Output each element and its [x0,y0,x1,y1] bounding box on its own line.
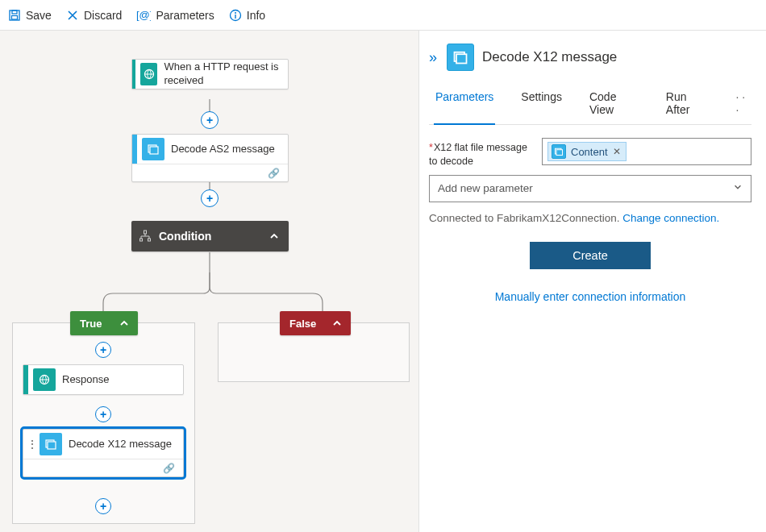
card-accent [132,60,135,89]
condition-title: Condition [159,230,260,243]
svg-rect-15 [48,442,56,449]
chevron-up-icon[interactable] [260,231,289,242]
tab-code-view[interactable]: Code View [588,84,640,124]
card-decode-as2[interactable]: Decode AS2 message 🔗 [131,134,289,182]
add-parameter-dropdown[interactable]: Add new parameter [429,175,751,202]
manual-connection-link[interactable]: Manually enter connection information [429,290,751,303]
x12-icon [40,433,62,455]
card-http-trigger[interactable]: When a HTTP request is received [131,59,289,89]
add-step-button[interactable]: + [95,342,111,358]
chevron-up-icon [331,318,343,329]
save-icon [8,9,21,22]
true-pill[interactable]: True [70,311,138,335]
discard-button[interactable]: Discard [66,9,122,22]
svg-point-5 [235,12,236,14]
chevron-up-icon [119,318,130,329]
link-icon: 🔗 [268,168,280,179]
collapse-panel-icon[interactable]: » [429,49,437,66]
save-button[interactable]: Save [8,9,52,22]
tab-settings[interactable]: Settings [519,84,564,124]
discard-label: Discard [84,9,122,22]
true-label: True [80,318,102,330]
tab-run-after[interactable]: Run After [664,84,710,124]
card-title: Decode X12 message [62,438,178,451]
drag-handle-icon[interactable]: ⋮ [27,438,38,451]
info-icon [229,9,242,22]
svg-rect-11 [140,239,143,241]
add-step-button[interactable]: + [201,189,219,207]
token-label: Content [571,146,608,158]
http-trigger-icon [140,63,157,85]
change-connection-link[interactable]: Change connection. [622,212,719,224]
parameters-button[interactable]: [@] Parameters [136,9,214,22]
as2-icon [142,138,164,160]
token-remove-icon[interactable]: ✕ [613,146,621,157]
info-label: Info [247,9,265,22]
save-label: Save [26,9,52,22]
token-content[interactable]: Content ✕ [547,142,627,161]
panel-action-icon [447,44,474,71]
card-accent [132,135,137,164]
add-parameter-label: Add new parameter [438,182,533,194]
designer-toolbar: Save Discard [@] Parameters Info [0,0,766,31]
false-label: False [289,318,316,330]
svg-rect-10 [144,231,147,234]
svg-text:[@]: [@] [136,9,151,21]
parameters-label: Parameters [156,9,214,22]
token-icon [552,144,566,159]
create-button[interactable]: Create [530,242,651,269]
card-condition[interactable]: Condition [131,221,289,251]
parameters-icon: [@] [136,9,151,22]
param-label-x12-body: *X12 flat file message to decode [429,138,534,168]
add-step-button[interactable]: + [95,498,111,514]
info-button[interactable]: Info [229,9,265,22]
svg-rect-2 [12,15,18,19]
add-step-button[interactable]: + [95,406,111,422]
svg-rect-17 [456,54,467,63]
card-title: Decode AS2 message [164,143,281,156]
card-title: Response [56,373,116,387]
connection-status: Connected to FabrikamX12Connection. Chan… [429,212,751,224]
add-step-button[interactable]: + [201,111,219,129]
action-config-panel: » Decode X12 message Parameters Settings… [419,31,766,532]
response-icon [33,368,56,391]
tab-more[interactable]: · · · [734,84,751,124]
panel-title: Decode X12 message [482,49,617,65]
condition-icon [131,230,159,243]
svg-rect-9 [150,147,158,154]
false-pill[interactable]: False [280,311,351,335]
card-response[interactable]: Response [23,364,184,395]
workflow-canvas[interactable]: When a HTTP request is received + Decode… [0,31,419,532]
tab-parameters[interactable]: Parameters [434,84,495,125]
card-title: When a HTTP request is received [157,60,288,88]
svg-rect-19 [556,150,563,156]
svg-rect-6 [235,15,235,19]
card-accent [23,365,28,394]
panel-tabs: Parameters Settings Code View Run After … [429,84,751,125]
link-icon: 🔗 [163,463,175,474]
discard-icon [66,9,79,22]
svg-rect-12 [148,239,151,241]
card-decode-x12[interactable]: ⋮ Decode X12 message 🔗 [23,429,184,477]
param-input-x12-body[interactable]: Content ✕ [542,138,751,165]
chevron-down-icon [733,182,743,194]
